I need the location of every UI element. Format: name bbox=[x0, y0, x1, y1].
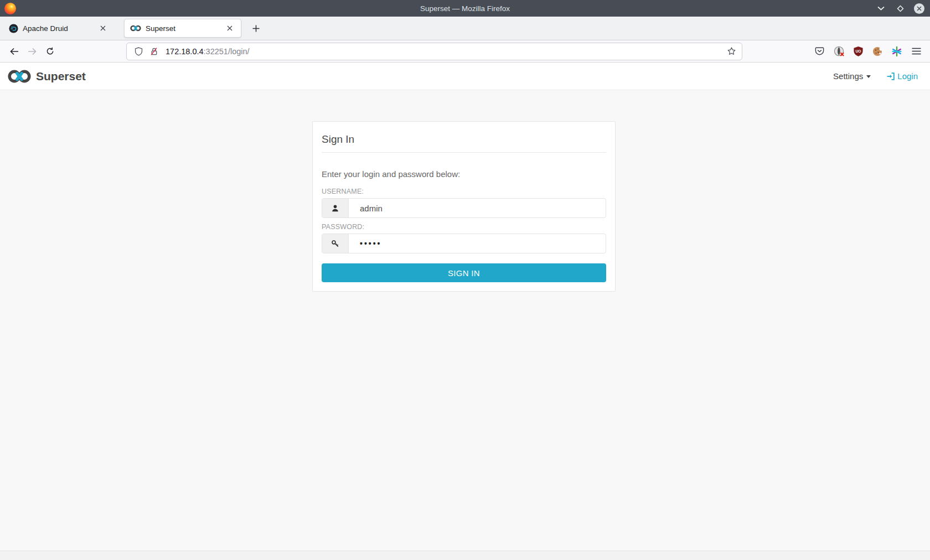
tab-close-icon[interactable] bbox=[97, 23, 108, 34]
settings-menu[interactable]: Settings bbox=[833, 71, 871, 81]
username-input-group bbox=[322, 198, 606, 218]
window-titlebar: Superset — Mozilla Firefox bbox=[0, 0, 930, 17]
sign-in-card: Sign In Enter your login and password be… bbox=[312, 121, 616, 292]
firefox-icon bbox=[4, 3, 16, 14]
new-tab-button[interactable] bbox=[248, 20, 264, 36]
page-content: Sign In Enter your login and password be… bbox=[0, 90, 930, 551]
url-bar[interactable]: 172.18.0.4:32251/login/ bbox=[126, 43, 742, 60]
password-input-group bbox=[322, 234, 606, 253]
superset-favicon-icon bbox=[130, 25, 141, 32]
username-input[interactable] bbox=[349, 199, 606, 217]
login-instructions: Enter your login and password below: bbox=[322, 169, 606, 179]
window-minimize-button[interactable] bbox=[875, 3, 886, 14]
window-title: Superset — Mozilla Firefox bbox=[0, 4, 930, 13]
insecure-lock-icon[interactable] bbox=[148, 45, 160, 58]
user-icon bbox=[322, 199, 349, 217]
pocket-icon[interactable] bbox=[813, 45, 825, 58]
card-title: Sign In bbox=[322, 133, 606, 146]
superset-navbar: Superset Settings Login bbox=[0, 63, 930, 90]
url-path: :32251/login/ bbox=[204, 47, 250, 56]
tab-close-icon[interactable] bbox=[224, 23, 235, 34]
reload-button[interactable] bbox=[41, 43, 59, 60]
druid-favicon-icon bbox=[9, 24, 18, 33]
forward-button[interactable] bbox=[23, 43, 41, 60]
superset-logo-icon bbox=[8, 69, 31, 84]
url-text[interactable]: 172.18.0.4:32251/login/ bbox=[166, 47, 250, 56]
privacy-extension-icon[interactable] bbox=[833, 45, 845, 58]
window-close-button[interactable] bbox=[914, 3, 924, 14]
asterisk-extension-icon[interactable] bbox=[891, 45, 903, 58]
superset-brand[interactable]: Superset bbox=[8, 69, 86, 84]
key-icon bbox=[322, 234, 349, 253]
url-host: 172.18.0.4 bbox=[166, 47, 204, 56]
caret-down-icon bbox=[866, 75, 871, 78]
settings-label: Settings bbox=[833, 71, 863, 81]
bookmark-star-icon[interactable] bbox=[727, 46, 736, 56]
ublock-origin-icon[interactable]: UO bbox=[852, 45, 864, 58]
ublock-badge-text: UO bbox=[855, 49, 861, 53]
sign-in-icon bbox=[886, 72, 895, 81]
tab-title: Superset bbox=[146, 24, 224, 33]
password-input[interactable] bbox=[349, 234, 606, 253]
tab-apache-druid[interactable]: Apache Druid bbox=[3, 19, 114, 38]
tab-title: Apache Druid bbox=[23, 24, 97, 33]
tracking-protection-shield-icon[interactable] bbox=[132, 45, 144, 58]
login-label: Login bbox=[897, 71, 918, 81]
brand-name: Superset bbox=[36, 70, 86, 83]
window-maximize-button[interactable] bbox=[895, 3, 906, 14]
navigation-toolbar: 172.18.0.4:32251/login/ UO bbox=[0, 40, 930, 63]
username-label: USERNAME: bbox=[322, 188, 606, 195]
page-footer bbox=[0, 551, 930, 560]
password-label: PASSWORD: bbox=[322, 223, 606, 231]
card-divider bbox=[322, 152, 606, 153]
tab-strip: Apache Druid Superset bbox=[0, 17, 930, 40]
back-button[interactable] bbox=[6, 43, 23, 60]
menu-hamburger-icon[interactable] bbox=[910, 45, 922, 58]
tab-superset[interactable]: Superset bbox=[124, 19, 241, 38]
cookie-extension-icon[interactable] bbox=[871, 45, 884, 58]
login-link[interactable]: Login bbox=[886, 71, 918, 81]
sign-in-button[interactable]: SIGN IN bbox=[322, 263, 606, 282]
